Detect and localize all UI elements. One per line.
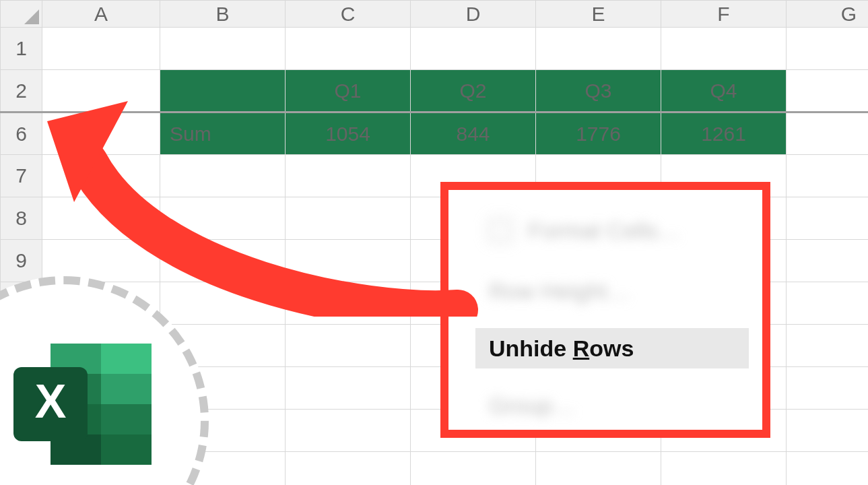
menu-item-row-height[interactable]: Row Height… [489,271,742,311]
cell-B6[interactable]: Sum [160,112,286,155]
col-header-F[interactable]: F [661,1,787,28]
cell-E6[interactable]: 1776 [536,112,661,155]
row-header-8[interactable]: 8 [1,197,42,240]
svg-text:X: X [35,375,67,428]
menu-item-unhide-rows[interactable]: Unhide Rows [475,328,749,368]
cell-D6[interactable]: 844 [411,112,536,155]
cell-F2[interactable]: Q4 [661,70,787,112]
menu-item-label: Format Cells… [528,218,681,244]
col-header-A[interactable]: A [42,1,160,28]
menu-item-format-cells[interactable]: Format Cells… [489,210,742,251]
svg-rect-4 [101,374,152,404]
menu-item-label: Unhide Rows [489,335,634,362]
row-1[interactable]: 1 [1,28,869,70]
menu-item-label: Group… [489,393,576,419]
cell-B2[interactable] [160,70,286,112]
select-all-corner[interactable] [1,1,42,28]
cell-F6[interactable]: 1261 [661,112,787,155]
menu-item-label: Row Height… [489,278,630,304]
svg-rect-8 [101,434,152,465]
row-6[interactable]: 6 Sum 1054 844 1776 1261 [1,112,869,155]
cell-E2[interactable]: Q3 [536,70,661,112]
context-menu: Format Cells… Row Height… Unhide Rows Gr… [440,182,770,438]
column-header-row[interactable]: A B C D E F G [1,1,869,28]
cell-C2[interactable]: Q1 [286,70,411,112]
row-header-7[interactable]: 7 [1,155,42,197]
excel-icon: X [13,337,155,472]
cell-C6[interactable]: 1054 [286,112,411,155]
col-header-D[interactable]: D [411,1,536,28]
svg-rect-6 [101,404,152,434]
row-2[interactable]: 2 Q1 Q2 Q3 Q4 [1,70,869,112]
row-header-6[interactable]: 6 [1,112,42,155]
cell-D2[interactable]: Q2 [411,70,536,112]
row-header-1[interactable]: 1 [1,28,42,70]
format-cells-icon [489,219,512,242]
col-header-G[interactable]: G [787,1,869,28]
row-header-9[interactable]: 9 [1,240,42,282]
menu-item-group[interactable]: Group… [489,385,742,426]
col-header-E[interactable]: E [536,1,661,28]
col-header-B[interactable]: B [160,1,286,28]
col-header-C[interactable]: C [286,1,411,28]
row-header-2[interactable]: 2 [1,70,42,112]
svg-rect-2 [101,344,152,374]
